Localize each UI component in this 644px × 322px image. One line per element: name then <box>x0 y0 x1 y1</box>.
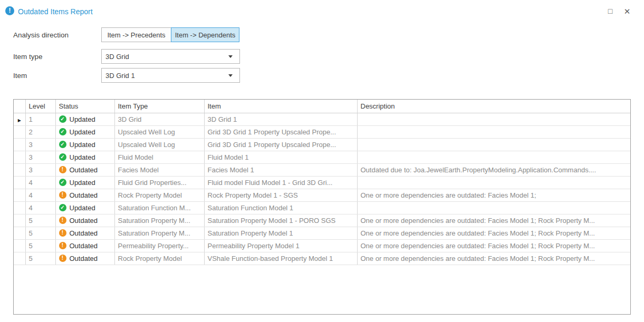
results-table: Level Status Item Type Item Description … <box>14 100 631 265</box>
item-type-cell[interactable]: Fluid Grid Properties... <box>114 176 204 189</box>
level-cell[interactable]: 5 <box>25 252 55 265</box>
table-row[interactable]: 5!OutdatedPermeability Property...Permea… <box>14 239 631 252</box>
row-selector-cell[interactable]: ▶ <box>14 113 25 125</box>
col-header-item-type[interactable]: Item Type <box>114 100 204 113</box>
item-cell[interactable]: Fluid Model 1 <box>204 151 357 163</box>
table-row[interactable]: 5!OutdatedSaturation Property M...Satura… <box>14 214 631 227</box>
description-cell[interactable]: One or more dependencies are outdated: F… <box>357 239 631 252</box>
item-cell[interactable]: Permeability Property Model 1 <box>204 239 357 252</box>
status-cell[interactable]: ✓Updated <box>55 201 114 214</box>
item-type-cell[interactable]: Saturation Property M... <box>114 227 204 239</box>
item-cell[interactable]: 3D Grid 1 <box>204 113 357 125</box>
item-type-cell[interactable]: Saturation Property M... <box>114 214 204 227</box>
item-type-cell[interactable]: Rock Property Model <box>114 252 204 265</box>
status-cell[interactable]: ✓Updated <box>55 138 114 151</box>
description-cell[interactable] <box>357 201 631 214</box>
table-row[interactable]: 5!OutdatedRock Property ModelVShale Func… <box>14 252 631 265</box>
row-selector-cell[interactable] <box>14 138 25 151</box>
status-cell[interactable]: ✓Updated <box>55 151 114 163</box>
row-selector-cell[interactable] <box>14 189 25 201</box>
row-selector-cell[interactable] <box>14 214 25 227</box>
level-cell[interactable]: 4 <box>25 176 55 189</box>
item-cell[interactable]: Saturation Property Model 1 - PORO SGS <box>204 214 357 227</box>
item-cell[interactable]: Saturation Property Model 1 <box>204 227 357 239</box>
item-cell[interactable]: Fluid model Fluid Model 1 - Grid 3D Gri.… <box>204 176 357 189</box>
item-dependents-button[interactable]: Item -> Dependents <box>171 27 239 42</box>
outdated-warning-icon: ! <box>59 242 66 249</box>
item-type-dropdown[interactable]: 3D Grid <box>101 49 240 64</box>
titlebar: ! Outdated Items Report □ ✕ <box>0 0 644 21</box>
table-row[interactable]: 4!OutdatedRock Property ModelRock Proper… <box>14 189 631 201</box>
table-row[interactable]: 4✓UpdatedFluid Grid Properties...Fluid m… <box>14 176 631 189</box>
item-type-cell[interactable]: Saturation Function M... <box>114 201 204 214</box>
col-header-item[interactable]: Item <box>204 100 357 113</box>
status-cell[interactable]: !Outdated <box>55 252 114 265</box>
level-cell[interactable]: 5 <box>25 214 55 227</box>
item-type-cell[interactable]: Upscaled Well Log <box>114 138 204 151</box>
status-cell[interactable]: !Outdated <box>55 163 114 176</box>
description-cell[interactable]: Outdated due to: Joa.JewelEarth.Property… <box>357 163 631 176</box>
status-cell[interactable]: !Outdated <box>55 189 114 201</box>
item-cell[interactable]: Saturation Function Model 1 <box>204 201 357 214</box>
status-cell[interactable]: !Outdated <box>55 214 114 227</box>
item-cell[interactable]: Rock Property Model 1 - SGS <box>204 189 357 201</box>
level-cell[interactable]: 5 <box>25 227 55 239</box>
level-cell[interactable]: 1 <box>25 113 55 125</box>
item-cell[interactable]: Grid 3D Grid 1 Property Upscaled Prope..… <box>204 125 357 138</box>
item-cell[interactable]: Grid 3D Grid 1 Property Upscaled Prope..… <box>204 138 357 151</box>
level-cell[interactable]: 3 <box>25 163 55 176</box>
table-row[interactable]: 3!OutdatedFacies ModelFacies Model 1Outd… <box>14 163 631 176</box>
description-cell[interactable] <box>357 125 631 138</box>
description-cell[interactable] <box>357 151 631 163</box>
table-row[interactable]: 3✓UpdatedUpscaled Well LogGrid 3D Grid 1… <box>14 138 631 151</box>
item-type-cell[interactable]: 3D Grid <box>114 113 204 125</box>
row-selector-cell[interactable] <box>14 176 25 189</box>
table-body: ▶1✓Updated3D Grid3D Grid 12✓UpdatedUpsca… <box>14 113 631 265</box>
description-cell[interactable]: One or more dependencies are outdated: F… <box>357 214 631 227</box>
item-type-cell[interactable]: Permeability Property... <box>114 239 204 252</box>
level-cell[interactable]: 3 <box>25 138 55 151</box>
maximize-button[interactable]: □ <box>604 7 617 16</box>
row-selector-cell[interactable] <box>14 239 25 252</box>
status-cell[interactable]: ✓Updated <box>55 113 114 125</box>
item-cell[interactable]: VShale Function-based Property Model 1 <box>204 252 357 265</box>
table-row[interactable]: 3✓UpdatedFluid ModelFluid Model 1 <box>14 151 631 163</box>
level-cell[interactable]: 3 <box>25 151 55 163</box>
item-type-cell[interactable]: Rock Property Model <box>114 189 204 201</box>
item-type-cell[interactable]: Facies Model <box>114 163 204 176</box>
status-cell[interactable]: ✓Updated <box>55 176 114 189</box>
row-selector-cell[interactable] <box>14 163 25 176</box>
description-cell[interactable]: One or more dependencies are outdated: F… <box>357 252 631 265</box>
level-cell[interactable]: 2 <box>25 125 55 138</box>
row-selector-cell[interactable] <box>14 227 25 239</box>
status-cell[interactable]: !Outdated <box>55 239 114 252</box>
level-cell[interactable]: 4 <box>25 189 55 201</box>
col-header-description[interactable]: Description <box>357 100 631 113</box>
updated-check-icon: ✓ <box>59 153 66 161</box>
level-cell[interactable]: 4 <box>25 201 55 214</box>
status-cell[interactable]: !Outdated <box>55 227 114 239</box>
level-cell[interactable]: 5 <box>25 239 55 252</box>
row-selector-cell[interactable] <box>14 151 25 163</box>
item-precedents-button[interactable]: Item -> Precedents <box>101 27 171 42</box>
table-row[interactable]: 2✓UpdatedUpscaled Well LogGrid 3D Grid 1… <box>14 125 631 138</box>
close-button[interactable]: ✕ <box>621 7 633 16</box>
row-selector-cell[interactable] <box>14 252 25 265</box>
row-selector-cell[interactable] <box>14 125 25 138</box>
table-row[interactable]: ▶1✓Updated3D Grid3D Grid 1 <box>14 113 631 125</box>
table-row[interactable]: 5!OutdatedSaturation Property M...Satura… <box>14 227 631 239</box>
table-row[interactable]: 4✓UpdatedSaturation Function M...Saturat… <box>14 201 631 214</box>
item-cell[interactable]: Facies Model 1 <box>204 163 357 176</box>
item-type-cell[interactable]: Fluid Model <box>114 151 204 163</box>
status-cell[interactable]: ✓Updated <box>55 125 114 138</box>
col-header-level[interactable]: Level <box>25 100 55 113</box>
description-cell[interactable]: One or more dependencies are outdated: F… <box>357 189 631 201</box>
row-selector-cell[interactable] <box>14 201 25 214</box>
col-header-status[interactable]: Status <box>55 100 114 113</box>
description-cell[interactable] <box>357 138 631 151</box>
description-cell[interactable] <box>357 176 631 189</box>
item-dropdown[interactable]: 3D Grid 1 <box>101 68 240 83</box>
description-cell[interactable] <box>357 113 631 125</box>
item-type-cell[interactable]: Upscaled Well Log <box>114 125 204 138</box>
description-cell[interactable]: One or more dependencies are outdated: F… <box>357 227 631 239</box>
